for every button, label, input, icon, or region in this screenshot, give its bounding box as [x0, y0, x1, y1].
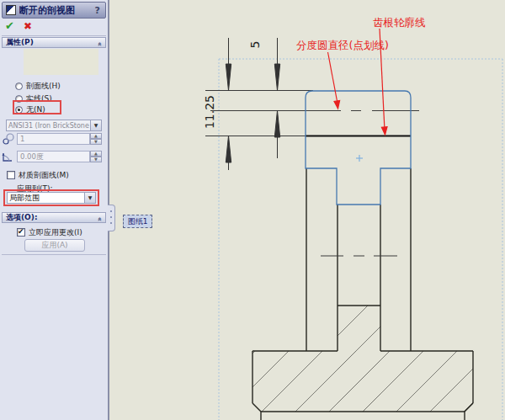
annotation-root-label[interactable]: 齿根轮廓线	[373, 16, 426, 29]
hatch-scale-spinner[interactable]: ▲ ▼	[90, 133, 102, 145]
help-icon[interactable]: ?	[95, 5, 102, 16]
cancel-x-button[interactable]: ✖	[24, 20, 32, 32]
hatch-pattern-dropdown[interactable]: ANSI31 (Iron BrickStone ▼	[6, 120, 102, 131]
sheet-tab-label[interactable]: 图纸1	[123, 215, 152, 228]
center-mark-icon	[356, 155, 363, 162]
spinner-down-icon[interactable]: ▼	[90, 139, 102, 145]
dimension-lines	[226, 38, 279, 170]
hatch-preview-swatch	[24, 49, 98, 75]
material-hatch-checkbox[interactable]: 材质剖面线(M)	[7, 170, 69, 180]
ok-check-button[interactable]: ✔	[5, 19, 14, 32]
apply-button[interactable]: 应用(A)	[24, 239, 85, 252]
hatch-scale-input[interactable]: 1	[17, 133, 90, 145]
panel-splitter-handle[interactable]	[108, 205, 115, 231]
property-manager-panel: 断开的剖视图 ? ✔ ✖ 属性(P) » 剖面线(H) 实线(S) 无(N) A…	[0, 0, 109, 420]
divider	[2, 254, 106, 255]
broken-section-icon	[6, 5, 16, 15]
annotation-pitch-label[interactable]: 分度圆直径(点划线)	[296, 39, 389, 51]
highlight-box-none-radio	[13, 100, 61, 114]
collapse-chevron-icon[interactable]: »	[95, 42, 104, 46]
properties-section-label: 属性(P)	[6, 38, 34, 46]
hatch-pattern-value: ANSI31 (Iron BrickStone	[7, 122, 90, 130]
spinner-up-icon[interactable]: ▲	[90, 151, 102, 157]
highlight-box-apply-to	[3, 189, 99, 206]
hatch-angle-icon	[2, 151, 14, 163]
dropdown-arrow-icon[interactable]: ▼	[90, 120, 101, 130]
options-section-header[interactable]: 选项(O): »	[2, 212, 106, 223]
dimension-11-25-text[interactable]: 11.25	[203, 95, 216, 129]
options-section-label: 选项(O):	[6, 213, 37, 221]
panel-title: 断开的剖视图	[19, 4, 95, 17]
collapse-chevron-icon[interactable]: »	[95, 217, 104, 221]
hatch-angle-spinner[interactable]: ▲ ▼	[90, 151, 102, 162]
hatch-scale-icon	[2, 133, 14, 146]
properties-section-header[interactable]: 属性(P) »	[2, 37, 106, 48]
spinner-down-icon[interactable]: ▼	[90, 157, 102, 162]
checkbox-icon	[7, 171, 15, 179]
panel-title-bar: 断开的剖视图 ?	[2, 2, 106, 19]
divider	[2, 35, 106, 36]
spinner-up-icon[interactable]: ▲	[90, 133, 102, 139]
dimension-5-text[interactable]: 5	[248, 41, 262, 49]
apply-now-label: 立即应用更改(I)	[29, 227, 82, 238]
radio-icon	[15, 82, 23, 90]
radio-hatch-label: 剖面线(H)	[26, 81, 61, 92]
extension-lines	[205, 91, 313, 136]
hatch-region-body	[252, 351, 473, 412]
radio-hatch[interactable]: 剖面线(H)	[15, 81, 61, 91]
material-hatch-label: 材质剖面线(M)	[19, 170, 69, 181]
broken-section-outline[interactable]	[306, 91, 411, 205]
apply-now-checkbox[interactable]: 立即应用更改(I)	[17, 227, 82, 237]
hatch-angle-input[interactable]: 0.00度	[17, 151, 90, 162]
checkbox-checked-icon	[17, 228, 25, 237]
